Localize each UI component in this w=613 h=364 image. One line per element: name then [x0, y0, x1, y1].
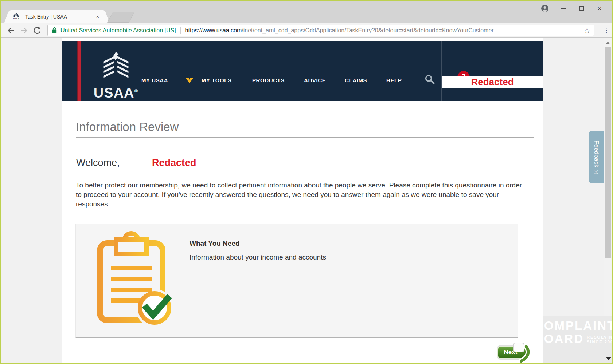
chevron-down-icon[interactable]: [186, 78, 194, 85]
scroll-down-icon[interactable]: [606, 357, 612, 360]
vertical-scrollbar[interactable]: [604, 38, 612, 363]
scroll-up-icon[interactable]: [606, 41, 610, 44]
minimize-icon: [561, 8, 566, 9]
search-icon[interactable]: [425, 74, 435, 86]
complaintsboard-watermark: COMPLAINTS BOARD RESOLVING SINCE 2004: [543, 316, 612, 363]
card-title: What You Need: [190, 240, 240, 248]
account-redaction-box: Redacted: [442, 76, 543, 88]
page-title: Information Review: [76, 120, 179, 134]
intro-line: to proceed to your account. If you've re…: [76, 190, 522, 199]
next-button[interactable]: Next: [497, 346, 528, 359]
clipboard-checklist-icon: [92, 229, 174, 330]
expand-icon: [+]: [594, 170, 598, 174]
back-button[interactable]: [6, 25, 16, 36]
usaa-wordmark: USAA®: [93, 86, 139, 100]
back-arrow-icon: [7, 26, 15, 35]
refresh-icon: [33, 27, 41, 35]
url-text[interactable]: https://www.usaa.com/inet/ent_aml_cdd_ap…: [185, 27, 581, 34]
browser-tab[interactable]: USAA Task Entry | USAA ×: [11, 10, 103, 23]
forward-button[interactable]: [19, 25, 29, 36]
nav-item-my-tools[interactable]: MY TOOLS: [202, 77, 232, 83]
tab-close-icon[interactable]: ×: [96, 14, 99, 20]
what-you-need-card: What You Need Information about your inc…: [75, 224, 518, 338]
close-icon: ×: [597, 5, 601, 12]
nav-item-products[interactable]: PRODUCTS: [252, 77, 285, 83]
security-label[interactable]: United Services Automobile Association […: [60, 27, 176, 34]
nav-divider: [182, 69, 182, 87]
minimize-button[interactable]: [558, 4, 569, 13]
watermark-line1: COMPLAINTS: [543, 319, 612, 332]
nav-item-claims[interactable]: CLAIMS: [345, 77, 367, 83]
tab-title: Task Entry | USAA: [25, 14, 94, 20]
url-domain: https://www.usaa.com: [185, 27, 242, 33]
forward-arrow-icon: [20, 26, 28, 35]
member-name-redacted: Redacted: [152, 157, 196, 169]
nav-item-help[interactable]: HELP: [386, 77, 402, 83]
nav-item-my-usaa[interactable]: MY USAA: [141, 77, 168, 83]
welcome-text: Welcome,: [76, 157, 120, 169]
maximize-button[interactable]: [576, 4, 587, 13]
brand-stripe-red: [78, 41, 81, 101]
url-separator: [180, 27, 181, 34]
next-button-label: Next: [504, 349, 518, 356]
feedback-tab-label: Feedback [+]: [593, 140, 600, 174]
heading-divider: [76, 137, 534, 138]
bookmark-star-icon[interactable]: ☆: [584, 26, 590, 35]
usaa-favicon-icon: USAA: [13, 13, 19, 20]
svg-text:USAA: USAA: [13, 17, 19, 20]
nav-item-advice[interactable]: ADVICE: [304, 77, 326, 83]
account-redacted-label: Redacted: [471, 76, 514, 88]
page-viewport: USAA® MY USAA MY TOOLS PRODUCTS ADVICE C…: [1, 38, 612, 363]
intro-line: responses.: [76, 199, 522, 209]
browser-toolbar: United Services Automobile Association […: [1, 23, 612, 38]
watermark-tagline: RESOLVING SINCE 2004: [587, 335, 612, 344]
usaa-navbar: USAA® MY USAA MY TOOLS PRODUCTS ADVICE C…: [62, 41, 543, 101]
intro-paragraph: To better protect our membership, we nee…: [76, 181, 522, 209]
account-icon[interactable]: [539, 4, 550, 13]
new-tab-button[interactable]: [107, 12, 135, 23]
browser-window: USAA Task Entry | USAA × × Uni: [0, 0, 613, 364]
refresh-button[interactable]: [32, 25, 42, 36]
browser-menu-icon[interactable]: ⋮: [603, 26, 609, 34]
title-bar: USAA Task Entry | USAA × ×: [1, 1, 612, 23]
close-button[interactable]: ×: [594, 4, 605, 13]
scrollbar-thumb[interactable]: [605, 47, 611, 258]
maximize-icon: [579, 6, 584, 11]
url-path: /inet/ent_aml_cdd_apps/CddApplication/Ta…: [242, 27, 498, 33]
usaa-logo[interactable]: USAA®: [93, 52, 139, 100]
watermark-line2: BOARD: [543, 332, 584, 345]
card-description: Information about your income and accoun…: [190, 253, 326, 261]
url-bar[interactable]: United Services Automobile Association […: [47, 25, 594, 36]
window-controls: ×: [539, 4, 605, 13]
feedback-tab[interactable]: Feedback [+]: [589, 131, 604, 183]
intro-line: To better protect our membership, we nee…: [76, 181, 522, 190]
usaa-eagle-icon: [101, 52, 131, 84]
https-lock-icon: [51, 27, 58, 34]
account-divider: [441, 41, 442, 101]
